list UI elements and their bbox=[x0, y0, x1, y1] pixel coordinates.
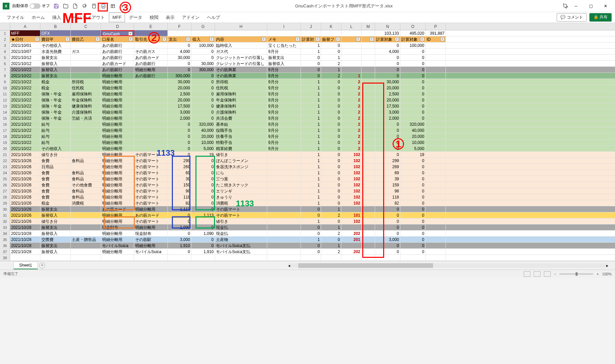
cell[interactable] bbox=[426, 55, 446, 60]
cell[interactable]: 水道光熱費 bbox=[40, 49, 71, 54]
cell[interactable] bbox=[71, 140, 101, 145]
cell[interactable]: 0 bbox=[321, 176, 341, 182]
cell[interactable]: 0 bbox=[375, 133, 400, 139]
view-normal-icon[interactable] bbox=[524, 271, 530, 277]
row-header[interactable]: 38 bbox=[0, 255, 10, 261]
row-header[interactable]: 30 bbox=[0, 206, 10, 212]
cell[interactable]: 1 bbox=[301, 158, 321, 163]
cell[interactable] bbox=[426, 152, 446, 157]
cell[interactable]: 0 bbox=[400, 206, 426, 212]
cell[interactable]: 98 bbox=[375, 188, 400, 194]
cell[interactable] bbox=[362, 224, 375, 230]
cell[interactable]: 1 bbox=[321, 206, 341, 212]
cell[interactable] bbox=[426, 73, 446, 79]
cell[interactable]: 2021/10/22 bbox=[10, 91, 40, 97]
cell[interactable]: 住民税 bbox=[71, 85, 101, 91]
ribbon-tab-ページ レイアウト[interactable]: ページ レイアウト bbox=[65, 12, 108, 23]
sheet-tab-1[interactable]: Sheet1 bbox=[13, 262, 38, 269]
cell[interactable]: 食費 bbox=[40, 176, 71, 182]
cell[interactable]: 0 bbox=[301, 61, 321, 66]
cell[interactable] bbox=[134, 133, 168, 139]
cell[interactable]: 食料品 bbox=[71, 158, 101, 163]
cell[interactable] bbox=[267, 152, 301, 157]
cell[interactable]: 201 bbox=[341, 237, 362, 242]
cell[interactable] bbox=[362, 42, 375, 48]
cell[interactable]: 2021/10/22 bbox=[10, 103, 40, 109]
cell[interactable] bbox=[426, 91, 446, 97]
filter-icon[interactable]: ▾ bbox=[129, 37, 133, 41]
new-icon[interactable] bbox=[71, 2, 79, 10]
cell[interactable]: 1 bbox=[301, 237, 321, 242]
cell[interactable]: 保険・年金 bbox=[40, 97, 71, 103]
cell[interactable] bbox=[341, 243, 362, 248]
cell[interactable]: 2021/10/26 bbox=[10, 218, 40, 224]
cell[interactable]: 0 bbox=[321, 109, 341, 115]
cell[interactable]: 0 bbox=[375, 243, 400, 248]
filter-icon[interactable]: ▾ bbox=[210, 37, 214, 41]
autosave-toggle[interactable]: 自動保存 オフ bbox=[12, 3, 50, 9]
cell[interactable]: 値引き bbox=[215, 152, 267, 157]
cell[interactable]: 2021/10/28 bbox=[10, 231, 40, 236]
cell[interactable]: あの筋カード bbox=[134, 55, 168, 60]
cell[interactable] bbox=[134, 91, 168, 97]
cell[interactable]: 現金払 bbox=[215, 231, 267, 236]
cell[interactable]: 扶養手当 bbox=[215, 133, 267, 139]
cell[interactable] bbox=[134, 79, 168, 85]
cell[interactable] bbox=[426, 231, 446, 236]
cell[interactable]: 10,000 bbox=[400, 140, 426, 145]
cell[interactable] bbox=[134, 140, 168, 145]
cell[interactable]: 0 bbox=[301, 224, 321, 230]
cell[interactable]: 9月分 bbox=[267, 127, 301, 133]
cell[interactable]: たこ焼きスナック bbox=[215, 182, 267, 188]
cell[interactable] bbox=[426, 79, 446, 85]
cell[interactable] bbox=[134, 127, 168, 133]
cell[interactable]: 0 bbox=[321, 182, 341, 188]
cell[interactable]: その筋マート bbox=[134, 182, 168, 188]
cell[interactable]: 給与 bbox=[40, 140, 71, 145]
toggle-icon[interactable] bbox=[30, 3, 40, 9]
cell[interactable]: 0 bbox=[375, 231, 400, 236]
cell[interactable]: 0 bbox=[191, 170, 215, 176]
cell[interactable]: 明細分離用 bbox=[101, 91, 134, 97]
cell[interactable] bbox=[362, 206, 375, 212]
cell[interactable]: 2 bbox=[341, 97, 362, 103]
cell[interactable] bbox=[362, 79, 375, 85]
cell[interactable]: 100,000 bbox=[400, 42, 426, 48]
cell[interactable] bbox=[10, 255, 40, 261]
cell[interactable]: 20,000 bbox=[375, 97, 400, 103]
cell[interactable]: 0 bbox=[301, 67, 321, 72]
cell[interactable] bbox=[267, 200, 301, 206]
cell[interactable]: 1 bbox=[301, 133, 321, 139]
cell[interactable] bbox=[362, 121, 375, 127]
cell[interactable]: 82 bbox=[168, 200, 191, 206]
cell[interactable]: 役職手当 bbox=[215, 127, 267, 133]
cell[interactable]: その筋マート bbox=[134, 152, 168, 157]
cell[interactable] bbox=[191, 255, 215, 261]
cell[interactable]: 1 bbox=[301, 49, 321, 54]
filter-icon[interactable]: ▾ bbox=[316, 37, 320, 41]
header-cell[interactable]: ▾ bbox=[362, 36, 375, 42]
cell[interactable]: 102 bbox=[341, 164, 362, 170]
row-header[interactable]: 17 bbox=[0, 127, 10, 133]
cell[interactable]: 三つ葉 bbox=[215, 176, 267, 182]
cell[interactable]: 2021/10/26 bbox=[10, 194, 40, 200]
cell[interactable]: 共済会費 bbox=[215, 115, 267, 121]
cell[interactable]: 食費 bbox=[40, 170, 71, 176]
cell[interactable] bbox=[426, 255, 446, 261]
cell[interactable]: 値引き分 bbox=[40, 152, 71, 157]
cell[interactable]: 2021/10/26 bbox=[10, 170, 40, 176]
row-header[interactable]: 2 bbox=[0, 36, 10, 42]
cell[interactable]: 0 bbox=[191, 243, 215, 248]
row-header[interactable]: 8 bbox=[0, 73, 10, 79]
select-all-corner[interactable] bbox=[0, 23, 10, 30]
col-header-B[interactable]: B bbox=[40, 23, 71, 30]
cell[interactable]: 0 bbox=[321, 146, 341, 151]
header-cell[interactable]: 費目甲▾ bbox=[40, 36, 71, 42]
cell[interactable] bbox=[71, 61, 101, 66]
cell[interactable]: 明細分離用 bbox=[101, 200, 134, 206]
cell[interactable]: 0 bbox=[321, 97, 341, 103]
zoom-in-button[interactable]: + bbox=[596, 272, 598, 276]
cell[interactable] bbox=[362, 91, 375, 97]
cell[interactable]: 2021/10/22 bbox=[10, 85, 40, 91]
filter-icon[interactable]: ▾ bbox=[356, 37, 360, 41]
